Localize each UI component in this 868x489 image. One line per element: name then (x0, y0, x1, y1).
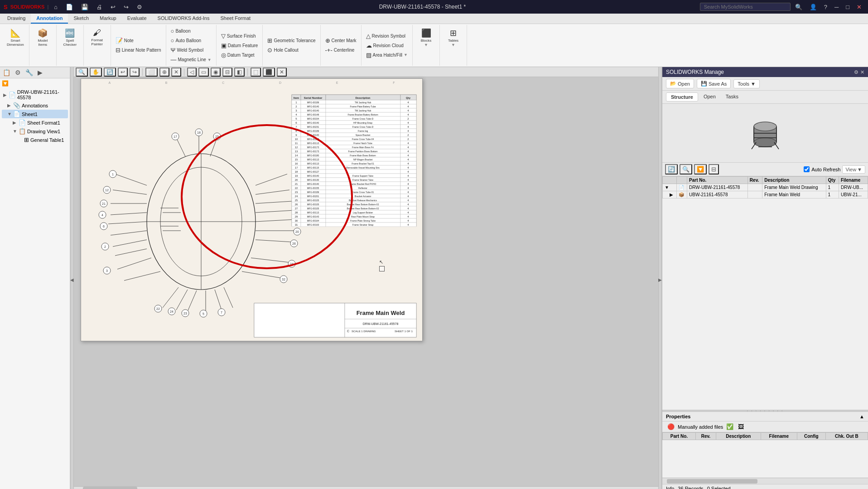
previous-view-button[interactable]: ◁ (187, 68, 197, 77)
prop-add-icon[interactable]: 🔴 (666, 423, 676, 431)
save-button[interactable]: 💾 (78, 3, 91, 11)
tab-evaluate[interactable]: Evaluate (122, 14, 152, 24)
spell-checker-button[interactable]: 🔤 SpellChecker (60, 27, 80, 64)
tab-annotation[interactable]: Annotation (31, 14, 68, 24)
tree-expand-drawing-view1[interactable]: ▼ (13, 129, 17, 134)
close-view-button[interactable]: ✕ (277, 68, 287, 77)
columns-button[interactable]: ⊟ (709, 164, 719, 174)
tables-dropdown[interactable]: ▼ (451, 43, 455, 47)
manage-tab-tasks[interactable]: Tasks (721, 92, 743, 102)
manage-close-button[interactable]: ✕ (860, 69, 864, 75)
property-manager-button[interactable]: ⚙ (13, 68, 23, 77)
tab-markup[interactable]: Markup (94, 14, 122, 24)
revision-cloud-button[interactable]: ☁ Revision Cloud (364, 41, 410, 50)
smart-dimension-button[interactable]: 📐 SmartDimension (5, 27, 26, 64)
note-button[interactable]: 📝 Note (114, 36, 163, 45)
search-input[interactable] (700, 3, 791, 11)
rotate-button[interactable]: 🔃 (104, 68, 116, 77)
magnetic-line-button[interactable]: — Magnetic Line ▼ (169, 55, 213, 64)
prop-check-icon[interactable]: ✅ (725, 423, 735, 431)
minimize-button[interactable]: ─ (832, 3, 841, 11)
display-mode-button[interactable]: ◉ (211, 68, 221, 77)
tree-root-item[interactable]: ▶ 📄 DRW-UBW-21161-45578 (2, 88, 68, 101)
zoom-in-button[interactable]: ✕ (171, 68, 181, 77)
manage-save-as-button[interactable]: 💾 Save As (697, 79, 731, 88)
search-button[interactable]: 🔍 (792, 3, 805, 11)
feature-manager-button[interactable]: 📋 (1, 68, 12, 77)
weld-symbol-button[interactable]: Ψ Weld Symbol (169, 46, 213, 54)
format-painter-button[interactable]: 🖌 FormatPainter (87, 27, 107, 64)
tab-addins[interactable]: SOLIDWORKS Add-Ins (152, 14, 215, 24)
print-button[interactable]: 🖨 (94, 3, 105, 11)
drawing-sheet[interactable]: ABCDEF (81, 78, 423, 341)
tab-drawing[interactable]: Drawing (2, 14, 31, 24)
new-button[interactable]: 📄 (63, 3, 76, 11)
pan-button[interactable]: ✋ (90, 68, 102, 77)
view-selector-button[interactable]: ▭ (198, 68, 209, 77)
tree-filter-icon[interactable]: 🔽 (2, 80, 9, 87)
auto-refresh-checkbox[interactable] (804, 166, 810, 172)
hide-lines-button[interactable]: ⊟ (222, 68, 232, 77)
tree-expand-sheet1[interactable]: ▼ (7, 111, 12, 116)
balloon-button[interactable]: ○ Balloon (169, 27, 213, 35)
blocks-dropdown[interactable]: ▼ (424, 43, 428, 47)
tables-button[interactable]: ⊞ Tables ▼ (443, 27, 463, 64)
blocks-button[interactable]: ⬛ Blocks ▼ (416, 27, 436, 64)
shading-button[interactable]: ◧ (234, 68, 245, 77)
tree-expand-annotations[interactable]: ▶ (7, 103, 12, 108)
auto-balloon-button[interactable]: ○ Auto Balloon (169, 36, 213, 45)
hole-callout-button[interactable]: ⊙ Hole Callout (265, 46, 317, 54)
tree-sheet-format1[interactable]: ▶ 📄 Sheet Format1 (2, 118, 68, 127)
area-hatch-fill-button[interactable]: ▨ Area Hatch/Fill ▼ (364, 51, 410, 59)
linear-note-pattern-button[interactable]: ⊟ Linear Note Pattern (114, 46, 163, 54)
model-items-button[interactable]: 📦 ModelItems (33, 27, 53, 64)
home-button[interactable]: ⌂ (51, 3, 60, 11)
redo-canvas-button[interactable]: ↪ (130, 68, 140, 77)
properties-collapse-icon[interactable]: ▲ (859, 414, 864, 419)
manage-scrollbar-h[interactable] (662, 478, 868, 484)
manage-tab-structure[interactable]: Structure (666, 92, 698, 102)
surface-finish-button[interactable]: ▽ Surface Finish (219, 32, 260, 40)
left-panel-handle[interactable]: ◀ (70, 67, 74, 489)
revision-symbol-button[interactable]: △ Revision Symbol (364, 32, 410, 40)
row2-expand[interactable]: ▶ (663, 191, 677, 199)
expand-view-button[interactable]: ⬛ (263, 68, 275, 77)
zoom-button[interactable]: 🔍 (76, 68, 88, 77)
datum-feature-button[interactable]: ▣ Datum Feature (219, 41, 260, 50)
close-button[interactable]: ✕ (854, 3, 864, 11)
tree-sheet1[interactable]: ▼ 📄 Sheet1 (2, 110, 68, 118)
tree-drawing-view1[interactable]: ▼ 📋 Drawing View1 (2, 127, 68, 136)
config-manager-button[interactable]: 🔧 (24, 68, 35, 77)
zoom-to-fit-button[interactable]: ⊕ (159, 68, 169, 77)
row1-expand[interactable]: ▼ (663, 184, 677, 191)
refresh-button[interactable]: 🔄 (665, 164, 678, 174)
account-button[interactable]: 👤 (807, 3, 820, 11)
filter-button[interactable]: 🔽 (694, 164, 707, 174)
canvas-scrollbar-h[interactable] (74, 486, 658, 489)
manage-tools-button[interactable]: Tools ▼ (733, 79, 760, 88)
table-row[interactable]: ▶ 📦 UBW-21161-45578 Frame Main Weld 1 UB… (663, 191, 868, 199)
datum-target-button[interactable]: ◎ Datum Target (219, 51, 260, 59)
undo-button[interactable]: ↩ (108, 3, 118, 11)
tab-sketch[interactable]: Sketch (68, 14, 94, 24)
magnetic-line-dropdown[interactable]: ▼ (207, 58, 212, 62)
options-button[interactable]: ⚙ (134, 3, 145, 11)
area-hatch-dropdown[interactable]: ▼ (404, 53, 408, 57)
expand-button[interactable]: ▶ (36, 68, 44, 77)
undo-canvas-button[interactable]: ↩ (118, 68, 128, 77)
select-button[interactable]: ⬜ (145, 68, 158, 77)
table-row[interactable]: ▼ 📄 DRW-UBW-21161-45578 Frame Main Weld … (663, 184, 868, 191)
canvas-area[interactable]: 🔍 ✋ 🔃 ↩ ↪ ⬜ ⊕ ✕ ◁ ▭ ◉ ⊟ ◧ ⬚ ⬛ ✕ ABCDEF (74, 67, 658, 489)
center-mark-button[interactable]: ⊕ Center Mark (323, 36, 358, 45)
manage-scrollbar-thumb[interactable] (667, 479, 757, 484)
tree-annotations[interactable]: ▶ 📎 Annotations (2, 101, 68, 110)
redo-button[interactable]: ↪ (121, 3, 131, 11)
manage-tab-open[interactable]: Open (699, 92, 720, 102)
canvas-scrollbar-thumb-h[interactable] (83, 487, 137, 489)
tree-expand-sheet-format1[interactable]: ▶ (13, 120, 17, 125)
centerline-button[interactable]: -+- Centerline (323, 46, 358, 54)
search-manage-button[interactable]: 🔍 (680, 164, 692, 174)
view-dropdown-button[interactable]: View ▼ (842, 165, 865, 174)
right-panel-handle[interactable]: ▶ (658, 67, 662, 489)
tree-general-table1[interactable]: ⊞ General Table1 (2, 136, 68, 144)
